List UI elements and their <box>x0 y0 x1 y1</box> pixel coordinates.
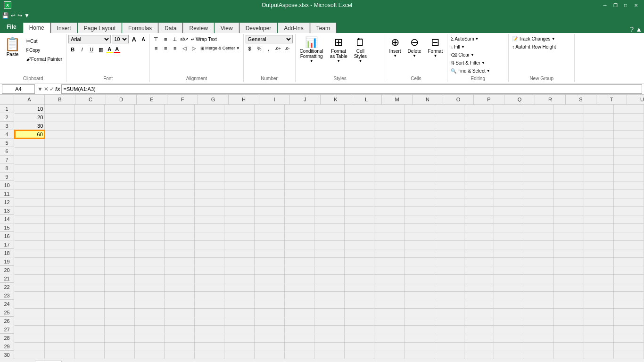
cell-R12[interactable] <box>524 198 554 206</box>
cell-P15[interactable] <box>464 223 494 232</box>
cell-R28[interactable] <box>524 334 554 342</box>
cell-S27[interactable] <box>554 325 584 334</box>
cell-C11[interactable] <box>74 189 105 198</box>
cell-P24[interactable] <box>464 300 494 308</box>
cell-I2[interactable] <box>254 113 284 122</box>
cell-G22[interactable] <box>194 283 224 291</box>
copy-button[interactable]: ⎘ Copy <box>24 46 64 54</box>
conditional-formatting-button[interactable]: 📊 Conditional Formatting ▼ <box>297 35 326 65</box>
cell-G7[interactable] <box>194 156 224 164</box>
cell-G29[interactable] <box>194 342 224 351</box>
cell-D1[interactable] <box>105 105 135 113</box>
cell-A2[interactable]: 20 <box>15 113 45 122</box>
row-num-3[interactable]: 3 <box>0 122 14 130</box>
cell-T23[interactable] <box>584 291 614 300</box>
row-num-17[interactable]: 17 <box>0 240 14 249</box>
cell-G27[interactable] <box>194 325 224 334</box>
cell-L27[interactable] <box>344 325 374 334</box>
cell-Q10[interactable] <box>494 181 524 189</box>
cell-M12[interactable] <box>374 198 405 206</box>
cell-Q3[interactable] <box>494 122 524 130</box>
cell-H12[interactable] <box>224 198 255 206</box>
cell-I14[interactable] <box>254 215 284 223</box>
cell-O8[interactable] <box>434 164 464 173</box>
cell-H30[interactable] <box>224 351 255 359</box>
cell-A28[interactable] <box>15 334 45 342</box>
cell-I3[interactable] <box>254 122 284 130</box>
cell-L6[interactable] <box>344 147 374 156</box>
cell-A3[interactable]: 30 <box>15 122 45 130</box>
cell-T12[interactable] <box>584 198 614 206</box>
cell-U11[interactable] <box>614 189 644 198</box>
cell-H28[interactable] <box>224 334 255 342</box>
cell-J13[interactable] <box>284 206 314 215</box>
cell-U12[interactable] <box>614 198 644 206</box>
cell-P16[interactable] <box>464 232 494 240</box>
cell-H27[interactable] <box>224 325 255 334</box>
cell-L19[interactable] <box>344 257 374 266</box>
cell-K23[interactable] <box>314 291 345 300</box>
cell-R1[interactable] <box>524 105 554 113</box>
cell-I16[interactable] <box>254 232 284 240</box>
restore-button[interactable]: ❐ <box>611 2 619 8</box>
cell-U21[interactable] <box>614 274 644 283</box>
cell-C8[interactable] <box>74 164 105 173</box>
cell-K9[interactable] <box>314 173 345 181</box>
cell-Q19[interactable] <box>494 257 524 266</box>
cell-P11[interactable] <box>464 189 494 198</box>
cell-I29[interactable] <box>254 342 284 351</box>
cell-S23[interactable] <box>554 291 584 300</box>
cell-H7[interactable] <box>224 156 255 164</box>
cell-A16[interactable] <box>15 232 45 240</box>
align-middle-button[interactable]: ≡ <box>161 35 170 43</box>
cell-R26[interactable] <box>524 317 554 325</box>
cell-N1[interactable] <box>404 105 434 113</box>
cell-B14[interactable] <box>45 215 75 223</box>
cell-L18[interactable] <box>344 249 374 257</box>
cell-B12[interactable] <box>45 198 75 206</box>
cell-R7[interactable] <box>524 156 554 164</box>
cell-L9[interactable] <box>344 173 374 181</box>
cell-U27[interactable] <box>614 325 644 334</box>
cell-C30[interactable] <box>74 351 105 359</box>
cell-N29[interactable] <box>404 342 434 351</box>
cell-Q18[interactable] <box>494 249 524 257</box>
cell-E30[interactable] <box>134 351 165 359</box>
cell-Q24[interactable] <box>494 300 524 308</box>
cell-G16[interactable] <box>194 232 224 240</box>
cell-U20[interactable] <box>614 266 644 274</box>
cell-T9[interactable] <box>584 173 614 181</box>
cell-Q16[interactable] <box>494 232 524 240</box>
row-num-26[interactable]: 26 <box>0 317 14 325</box>
cell-K25[interactable] <box>314 308 345 317</box>
cell-C5[interactable] <box>74 139 105 147</box>
cell-D15[interactable] <box>105 223 135 232</box>
cell-N7[interactable] <box>404 156 434 164</box>
cell-L15[interactable] <box>344 223 374 232</box>
cell-C17[interactable] <box>74 240 105 249</box>
cell-T2[interactable] <box>584 113 614 122</box>
cell-J18[interactable] <box>284 249 314 257</box>
grid[interactable]: 10203060 <box>14 105 644 359</box>
cell-K26[interactable] <box>314 317 345 325</box>
cell-N27[interactable] <box>404 325 434 334</box>
row-num-8[interactable]: 8 <box>0 164 14 173</box>
cell-T15[interactable] <box>584 223 614 232</box>
cell-O12[interactable] <box>434 198 464 206</box>
cell-O1[interactable] <box>434 105 464 113</box>
formula-cancel-icon[interactable]: ✕ <box>44 86 49 92</box>
cell-C4[interactable] <box>74 130 105 139</box>
cell-Q27[interactable] <box>494 325 524 334</box>
cell-D3[interactable] <box>105 122 135 130</box>
cell-P4[interactable] <box>464 130 494 139</box>
cell-G6[interactable] <box>194 147 224 156</box>
cell-R17[interactable] <box>524 240 554 249</box>
cell-A5[interactable] <box>15 139 45 147</box>
cell-F16[interactable] <box>165 232 195 240</box>
cell-N24[interactable] <box>404 300 434 308</box>
cell-N15[interactable] <box>404 223 434 232</box>
cell-O18[interactable] <box>434 249 464 257</box>
cell-C18[interactable] <box>74 249 105 257</box>
cell-I25[interactable] <box>254 308 284 317</box>
cell-I17[interactable] <box>254 240 284 249</box>
